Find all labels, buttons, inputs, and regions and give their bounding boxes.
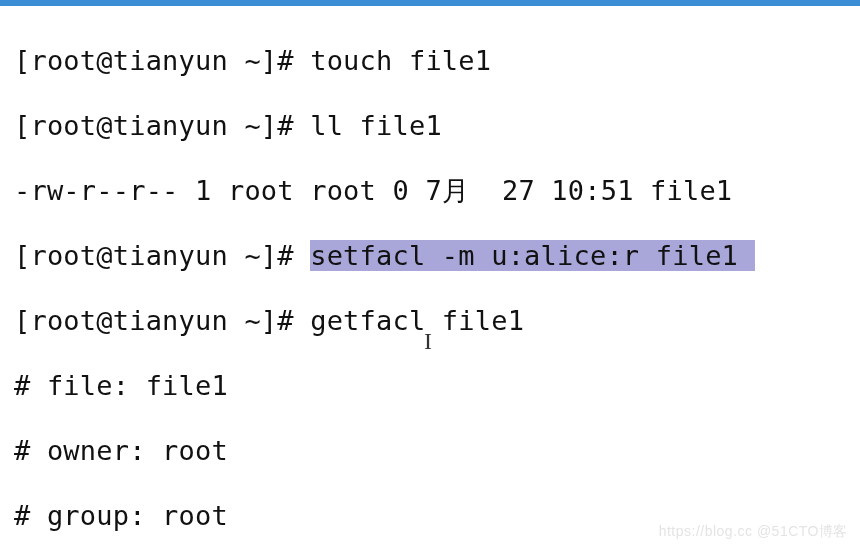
output-text: # file: file1 xyxy=(14,370,228,401)
output-text: # owner: root xyxy=(14,435,228,466)
command-text: getfacl file1 xyxy=(310,305,524,336)
prompt: [root@tianyun ~]# xyxy=(14,110,310,141)
terminal-line: [root@tianyun ~]# setfacl -m u:alice:r f… xyxy=(14,240,850,273)
terminal-output[interactable]: [root@tianyun ~]# touch file1 [root@tian… xyxy=(0,6,860,553)
output-text: -rw-r--r-- 1 root root 0 7月 27 10:51 fil… xyxy=(14,175,732,206)
output-text: # group: root xyxy=(14,500,228,531)
prompt: [root@tianyun ~]# xyxy=(14,240,310,271)
terminal-line: [root@tianyun ~]# getfacl file1 xyxy=(14,305,850,338)
terminal-line: # owner: root xyxy=(14,435,850,468)
highlighted-command: setfacl -m u:alice:r file1 xyxy=(310,240,754,271)
prompt: [root@tianyun ~]# xyxy=(14,305,310,336)
terminal-line: [root@tianyun ~]# touch file1 xyxy=(14,45,850,78)
prompt: [root@tianyun ~]# xyxy=(14,45,310,76)
terminal-line: # file: file1 xyxy=(14,370,850,403)
command-text: touch file1 xyxy=(310,45,491,76)
command-text: ll file1 xyxy=(310,110,442,141)
terminal-line: [root@tianyun ~]# ll file1 xyxy=(14,110,850,143)
terminal-line: -rw-r--r-- 1 root root 0 7月 27 10:51 fil… xyxy=(14,175,850,208)
watermark-text: https://blog.cc @51CTO博客 xyxy=(659,515,848,548)
